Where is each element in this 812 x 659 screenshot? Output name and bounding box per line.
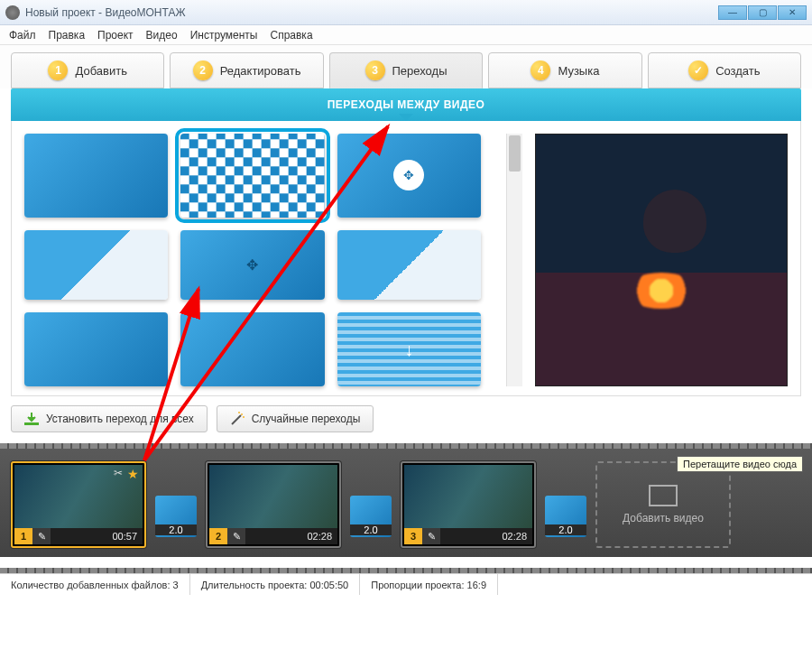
scissors-icon[interactable]: ✂ (114, 467, 123, 479)
menu-video[interactable]: Видео (146, 29, 178, 42)
menu-file[interactable]: Файл (9, 29, 36, 42)
app-icon (5, 5, 20, 20)
wand-icon (230, 412, 245, 426)
scrollbar-thumb[interactable] (509, 135, 521, 172)
clip-info-bar: 1 ✎ 00:57 (14, 528, 143, 544)
tab-edit[interactable]: 2 Редактировать (170, 52, 323, 88)
download-icon (24, 412, 39, 426)
random-label: Случайные переходы (252, 413, 361, 425)
step-badge-3: 3 (365, 60, 385, 80)
menu-tools[interactable]: Инструменты (190, 29, 258, 42)
add-video-slot[interactable]: Добавить видео (595, 461, 731, 548)
titlebar: Новый проект - ВидеоМОНТАЖ — ▢ ✕ (0, 0, 812, 25)
clip-number: 1 (14, 528, 32, 544)
status-duration-value: 00:05:50 (309, 580, 348, 590)
tab-label: Переходы (392, 64, 448, 78)
transition-thumb-5[interactable]: ✥ (180, 230, 324, 301)
transition-slot-1[interactable]: 2.0 (155, 496, 197, 537)
film-icon (649, 485, 678, 506)
clip-thumbnail (209, 465, 337, 528)
tab-label: Добавить (75, 64, 126, 78)
clip-number: 2 (209, 528, 227, 544)
transition-thumb-4[interactable] (24, 230, 168, 301)
transitions-gallery: ✥ ✥ ↓ (24, 134, 494, 386)
transition-slot-2[interactable]: 2.0 (350, 496, 392, 537)
step-tabs-container: 1 Добавить 2 Редактировать 3 Переходы 4 … (0, 45, 812, 88)
drag-tooltip: Перетащите видео сюда (677, 456, 803, 472)
svg-point-1 (241, 413, 243, 415)
move-icon: ✥ (246, 256, 258, 274)
preview-panel (535, 134, 788, 386)
status-files: Количество добавленных файлов: 3 (0, 574, 190, 595)
arrow-down-icon: ↓ (404, 339, 413, 360)
clip-3[interactable]: 3 ✎ 02:28 (401, 461, 536, 548)
clip-time: 02:28 (502, 531, 527, 542)
step-badge-1: 1 (48, 60, 68, 80)
tab-label: Создать (715, 64, 760, 78)
tab-label: Музыка (558, 64, 599, 78)
menu-edit[interactable]: Правка (49, 29, 86, 42)
step-tabs: 1 Добавить 2 Редактировать 3 Переходы 4 … (11, 52, 801, 88)
transition-thumb-8[interactable] (180, 312, 324, 386)
step-badge-2: 2 (193, 60, 213, 80)
transition-thumb-6[interactable] (337, 230, 481, 301)
tab-create[interactable]: ✓ Создать (648, 52, 801, 88)
status-aspect-label: Пропорции проекта: (371, 580, 464, 590)
transition-duration: 2.0 (350, 524, 392, 535)
main-panel: ✥ ✥ ↓ (11, 121, 801, 396)
transition-thumb-1[interactable] (24, 134, 168, 218)
step-badge-check: ✓ (688, 60, 708, 80)
window-controls: — ▢ ✕ (718, 5, 807, 20)
tab-transitions[interactable]: 3 Переходы (329, 52, 483, 88)
clip-number: 3 (404, 528, 422, 544)
status-aspect: Пропорции проекта: 16:9 (360, 574, 498, 595)
clip-1[interactable]: ✂ ★ 1 ✎ 00:57 (11, 461, 146, 548)
window-title: Новый проект - ВидеоМОНТАЖ (25, 6, 186, 19)
transition-thumb-3[interactable]: ✥ (337, 134, 481, 218)
transition-slot-3[interactable]: 2.0 (545, 496, 586, 537)
tab-music[interactable]: 4 Музыка (488, 52, 641, 88)
menu-help[interactable]: Справка (270, 29, 312, 42)
svg-rect-0 (24, 422, 39, 425)
add-video-label: Добавить видео (623, 512, 704, 524)
svg-point-2 (238, 412, 240, 413)
status-duration-label: Длительность проекта: (201, 580, 308, 590)
maximize-button[interactable]: ▢ (748, 5, 777, 20)
apply-all-label: Установить переход для всех (46, 413, 194, 425)
move-icon: ✥ (393, 160, 424, 190)
timeline: Перетащите видео сюда ✂ ★ 1 ✎ 00:57 2.0 … (0, 449, 812, 557)
preview-fire (625, 273, 697, 309)
step-badge-4: 4 (531, 60, 550, 80)
star-icon[interactable]: ★ (127, 467, 139, 481)
transition-thumb-2-selected[interactable] (180, 134, 324, 218)
tab-label: Редактировать (220, 64, 301, 78)
close-button[interactable]: ✕ (778, 5, 807, 20)
status-aspect-value: 16:9 (467, 580, 486, 590)
action-row: Установить переход для всех Случайные пе… (11, 405, 801, 432)
status-files-value: 3 (173, 580, 179, 590)
preview-image (536, 135, 787, 385)
clip-info-bar: 2 ✎ 02:28 (209, 528, 337, 544)
apply-all-button[interactable]: Установить переход для всех (11, 405, 208, 432)
transition-duration: 2.0 (545, 524, 586, 535)
section-header-label: ПЕРЕХОДЫ МЕЖДУ ВИДЕО (328, 98, 485, 111)
random-button[interactable]: Случайные переходы (217, 405, 374, 432)
status-files-label: Количество добавленных файлов: (11, 580, 170, 590)
transition-thumb-9[interactable]: ↓ (337, 312, 481, 386)
clip-thumbnail (14, 465, 143, 528)
edit-icon[interactable]: ✎ (422, 528, 440, 544)
clip-2[interactable]: 2 ✎ 02:28 (206, 461, 341, 548)
tab-add[interactable]: 1 Добавить (11, 52, 164, 88)
gallery-scrollbar[interactable] (506, 134, 522, 386)
clip-time: 00:57 (112, 531, 137, 542)
transition-thumb-7[interactable] (24, 312, 168, 386)
menubar: Файл Правка Проект Видео Инструменты Спр… (0, 25, 812, 45)
svg-point-3 (243, 416, 245, 418)
minimize-button[interactable]: — (718, 5, 747, 20)
edit-icon[interactable]: ✎ (32, 528, 51, 544)
clip-thumbnail (404, 465, 532, 528)
preview-screen[interactable] (535, 134, 788, 386)
menu-project[interactable]: Проект (97, 29, 134, 42)
edit-icon[interactable]: ✎ (227, 528, 245, 544)
clip-time: 02:28 (307, 531, 332, 542)
